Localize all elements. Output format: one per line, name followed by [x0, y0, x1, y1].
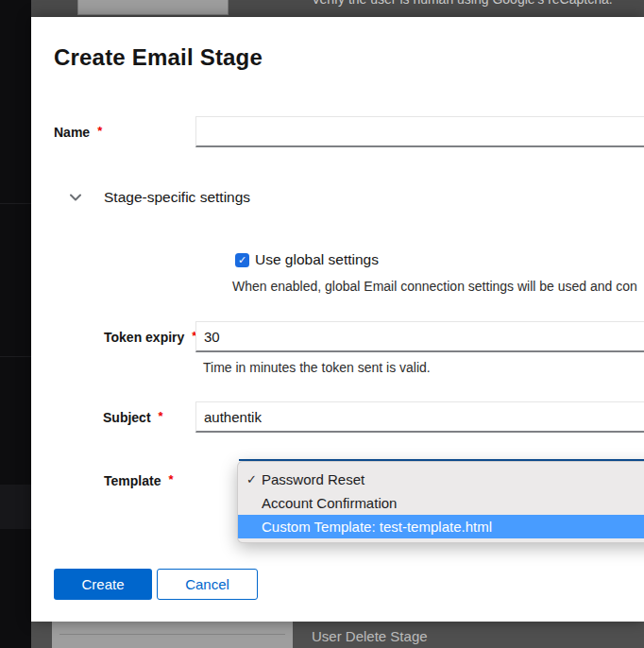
selected-check-icon: ✓: [238, 472, 262, 486]
required-asterisk: *: [97, 124, 102, 138]
use-global-settings-label: Use global settings: [255, 251, 379, 268]
dropdown-option-account-confirmation[interactable]: Account Confirmation: [238, 491, 644, 515]
required-asterisk: *: [159, 409, 163, 423]
stage-specific-settings-expander[interactable]: Stage-specific settings: [69, 188, 250, 207]
background-table-cell: [52, 622, 293, 648]
use-global-settings-row: ✓ Use global settings: [235, 251, 379, 268]
modal-title: Create Email Stage: [54, 43, 263, 72]
divider: [0, 203, 31, 204]
subject-input[interactable]: [195, 401, 644, 433]
background-text-recaptcha: Verify the user is human using Google's …: [312, 0, 613, 7]
create-email-stage-modal: Create Email Stage Name * Stage-specific…: [31, 17, 644, 622]
dimmed-background-bottom: User Delete Stage: [0, 622, 644, 648]
background-text-user-delete-stage: User Delete Stage: [312, 628, 428, 644]
subject-label: Subject *: [103, 401, 163, 433]
template-label: Template *: [104, 465, 174, 496]
name-input[interactable]: [195, 116, 644, 147]
app-sidebar-dimmed: [0, 0, 31, 648]
create-button[interactable]: Create: [54, 569, 152, 600]
dropdown-option-password-reset[interactable]: ✓ Password Reset: [238, 468, 644, 491]
dimmed-background-top: Verify the user is human using Google's …: [0, 0, 644, 17]
name-label: Name *: [54, 116, 102, 147]
chevron-down-icon: [69, 191, 82, 204]
divider: [0, 356, 31, 357]
token-expiry-label: Token expiry *: [104, 321, 196, 352]
dropdown-option-custom-template[interactable]: Custom Template: test-template.html: [238, 515, 644, 538]
expander-label: Stage-specific settings: [104, 189, 250, 206]
sidebar-item-dimmed: [0, 485, 31, 529]
screen: Verify the user is human using Google's …: [0, 0, 644, 648]
template-dropdown-menu: ✓ Password Reset Account Confirmation Cu…: [237, 461, 644, 543]
token-expiry-help: Time in minutes the token sent is valid.: [203, 360, 431, 375]
use-global-settings-checkbox[interactable]: ✓: [235, 253, 249, 267]
use-global-settings-help: When enabled, global Email connection se…: [232, 279, 637, 294]
cancel-button[interactable]: Cancel: [157, 569, 258, 600]
checkmark-icon: ✓: [238, 253, 246, 267]
background-table-panel: [77, 0, 229, 15]
divider: [59, 634, 285, 635]
token-expiry-input[interactable]: [195, 321, 644, 352]
required-asterisk: *: [168, 472, 173, 486]
